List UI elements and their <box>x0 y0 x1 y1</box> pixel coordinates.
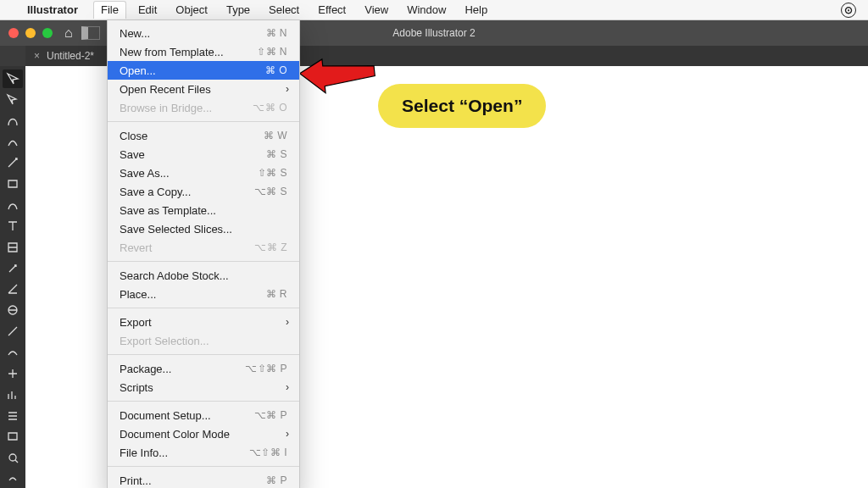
menu-item-shortcut: ⌥⌘ Z <box>254 241 287 253</box>
menu-item-shortcut: ⇧⌘ S <box>258 167 287 179</box>
menu-item-shortcut: ⌥⌘ P <box>254 409 287 421</box>
menu-item-shortcut: ⌥⌘ O <box>253 102 287 114</box>
menu-item-scripts[interactable]: Scripts› <box>108 378 299 396</box>
document-tab[interactable]: × Untitled-2* <box>34 50 94 62</box>
menu-item-label: New... <box>120 27 266 40</box>
menu-item-shortcut: ⌥⇧⌘ P <box>245 363 287 374</box>
menu-item-revert: Revert⌥⌘ Z <box>108 238 299 257</box>
menu-item-document-color-mode[interactable]: Document Color Mode› <box>108 424 299 443</box>
tool-eyedropper[interactable] <box>3 153 23 172</box>
menu-help[interactable]: Help <box>465 3 487 16</box>
close-tab-icon[interactable]: × <box>34 50 40 62</box>
tool-gradient[interactable] <box>3 280 23 298</box>
zoom-window-button[interactable] <box>42 28 53 38</box>
menu-item-save-as[interactable]: Save As...⇧⌘ S <box>108 164 299 182</box>
tool-paintbrush[interactable] <box>3 196 23 214</box>
menu-item-open-recent-files[interactable]: Open Recent Files› <box>108 80 299 98</box>
menu-item-shortcut: ⌘ S <box>266 148 287 160</box>
close-window-button[interactable] <box>8 28 19 38</box>
menu-object[interactable]: Object <box>175 3 208 16</box>
tool-eraser[interactable] <box>3 259 23 278</box>
tool-rectangle[interactable] <box>3 175 23 193</box>
tool-slicer[interactable] <box>3 407 23 425</box>
menu-item-shortcut: ⌘ O <box>265 64 287 76</box>
menu-item-place[interactable]: Place...⌘ R <box>108 285 299 303</box>
menu-item-package[interactable]: Package...⌥⇧⌘ P <box>108 359 299 378</box>
menu-separator <box>108 401 299 402</box>
tool-curvature[interactable] <box>3 133 23 152</box>
menu-item-label: Print... <box>120 474 266 487</box>
menu-file[interactable]: File <box>93 1 126 19</box>
menu-item-new[interactable]: New...⌘ N <box>108 24 299 42</box>
menu-item-save-a-copy[interactable]: Save a Copy...⌥⌘ S <box>108 182 299 201</box>
app-name[interactable]: Illustrator <box>27 3 78 16</box>
menu-edit[interactable]: Edit <box>138 3 157 16</box>
tool-hand[interactable] <box>3 469 23 488</box>
svg-marker-0 <box>300 54 376 96</box>
submenu-chevron-icon: › <box>286 381 289 393</box>
menu-item-shortcut: ⌥⌘ S <box>254 186 287 197</box>
menu-window[interactable]: Window <box>407 3 446 16</box>
tool-shape-builder[interactable] <box>3 427 23 446</box>
menu-separator <box>108 261 299 262</box>
menu-item-shortcut: ⇧⌘ N <box>257 46 287 58</box>
workspace-switcher-icon[interactable] <box>81 26 100 40</box>
menu-item-file-info[interactable]: File Info...⌥⇧⌘ I <box>108 443 299 462</box>
menu-item-export[interactable]: Export› <box>108 313 299 331</box>
menu-item-label: Close <box>120 130 264 142</box>
menu-select[interactable]: Select <box>269 3 299 16</box>
tool-type[interactable] <box>3 217 23 236</box>
creative-cloud-icon[interactable]: ⊙ <box>841 3 856 18</box>
submenu-chevron-icon: › <box>286 428 289 440</box>
tool-selection[interactable] <box>3 69 23 88</box>
menu-item-search-adobe-stock[interactable]: Search Adobe Stock... <box>108 266 299 285</box>
menu-item-open[interactable]: Open...⌘ O <box>108 61 299 80</box>
home-icon[interactable]: ⌂ <box>64 25 73 41</box>
mac-menubar: Illustrator FileEditObjectTypeSelectEffe… <box>0 0 868 20</box>
tool-pen[interactable] <box>3 112 23 130</box>
annotation-callout: Select “Open” <box>378 84 546 128</box>
menu-separator <box>108 354 299 355</box>
menu-item-close[interactable]: Close⌘ W <box>108 126 299 145</box>
menu-item-browse-in-bridge: Browse in Bridge...⌥⌘ O <box>108 98 299 117</box>
submenu-chevron-icon: › <box>286 83 289 95</box>
tool-color-picker[interactable] <box>3 322 23 341</box>
menu-item-label: Export <box>120 316 287 329</box>
menu-item-shortcut: ⌘ N <box>266 27 288 39</box>
menu-type[interactable]: Type <box>226 3 250 16</box>
menu-item-save-as-template[interactable]: Save as Template... <box>108 201 299 219</box>
tool-image-trace[interactable] <box>3 301 23 319</box>
menu-effect[interactable]: Effect <box>318 3 346 16</box>
menu-separator <box>108 466 299 467</box>
document-tab-label: Untitled-2* <box>47 50 94 62</box>
menu-item-document-setup[interactable]: Document Setup...⌥⌘ P <box>108 406 299 424</box>
menu-item-label: Document Setup... <box>120 409 254 422</box>
menu-item-label: New from Template... <box>120 46 257 58</box>
menu-item-export-selection: Export Selection... <box>108 331 299 350</box>
menu-item-label: Search Adobe Stock... <box>120 269 287 282</box>
tool-direct-selection[interactable] <box>3 91 23 109</box>
tool-graph[interactable] <box>3 385 23 404</box>
tool-zoom[interactable] <box>3 448 23 467</box>
window-controls <box>8 28 53 38</box>
menu-item-shortcut: ⌘ P <box>266 474 287 486</box>
tool-blend[interactable] <box>3 343 23 362</box>
tool-symbol-sprayer[interactable] <box>3 364 23 383</box>
menu-item-print[interactable]: Print...⌘ P <box>108 471 299 488</box>
menu-view[interactable]: View <box>364 3 388 16</box>
menu-item-save-selected-slices[interactable]: Save Selected Slices... <box>108 219 299 238</box>
menu-item-label: Document Color Mode <box>120 428 287 441</box>
annotation-text: Select “Open” <box>402 96 522 115</box>
menu-item-label: Open Recent Files <box>120 83 287 96</box>
menu-item-shortcut: ⌘ W <box>264 130 287 141</box>
menu-item-label: Place... <box>120 288 266 301</box>
menu-item-new-from-template[interactable]: New from Template...⇧⌘ N <box>108 42 299 61</box>
menu-item-label: File Info... <box>120 446 249 459</box>
menu-item-save[interactable]: Save⌘ S <box>108 145 299 164</box>
tools-panel <box>0 66 25 488</box>
menu-item-label: Scripts <box>120 381 287 394</box>
tool-artboard[interactable] <box>3 238 23 257</box>
minimize-window-button[interactable] <box>25 28 36 38</box>
menu-item-label: Save As... <box>120 167 258 180</box>
menu-item-shortcut: ⌘ R <box>266 288 288 300</box>
